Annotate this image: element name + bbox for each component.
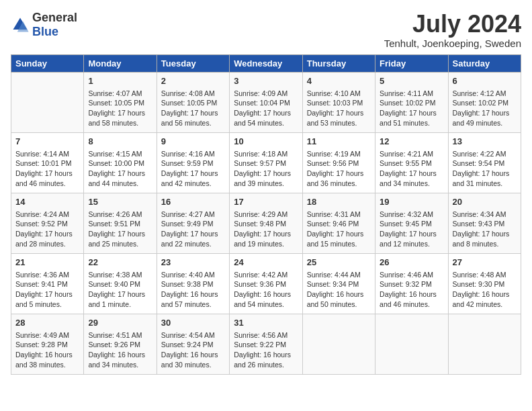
header-day-saturday: Saturday	[448, 54, 521, 72]
calendar-cell: 16Sunrise: 4:27 AMSunset: 9:49 PMDayligh…	[157, 193, 229, 253]
location-title: Tenhult, Joenkoeping, Sweden	[384, 38, 521, 49]
day-info: Sunrise: 4:24 AMSunset: 9:52 PMDaylight:…	[15, 210, 79, 249]
day-info: Sunrise: 4:12 AMSunset: 10:02 PMDaylight…	[453, 89, 517, 128]
day-info: Sunrise: 4:46 AMSunset: 9:32 PMDaylight:…	[380, 270, 443, 310]
day-info: Sunrise: 4:22 AMSunset: 9:54 PMDaylight:…	[453, 149, 517, 189]
header-day-wednesday: Wednesday	[230, 54, 302, 72]
day-info: Sunrise: 4:18 AMSunset: 9:57 PMDaylight:…	[234, 149, 298, 189]
calendar-cell	[11, 72, 84, 132]
page-header: General Blue July 2024 Tenhult, Joenkoep…	[11, 11, 521, 49]
day-number: 19	[380, 196, 443, 208]
calendar-cell: 22Sunrise: 4:38 AMSunset: 9:40 PMDayligh…	[84, 253, 157, 314]
calendar-cell: 29Sunrise: 4:51 AMSunset: 9:26 PMDayligh…	[84, 314, 157, 374]
calendar-cell: 20Sunrise: 4:34 AMSunset: 9:43 PMDayligh…	[448, 193, 521, 253]
day-number: 4	[307, 75, 371, 87]
day-number: 8	[88, 136, 152, 148]
day-number: 1	[88, 75, 152, 87]
calendar-week-3: 14Sunrise: 4:24 AMSunset: 9:52 PMDayligh…	[11, 193, 521, 253]
day-info: Sunrise: 4:56 AMSunset: 9:22 PMDaylight:…	[234, 330, 298, 370]
calendar-cell	[448, 314, 521, 374]
day-info: Sunrise: 4:54 AMSunset: 9:24 PMDaylight:…	[161, 330, 225, 370]
header-day-tuesday: Tuesday	[157, 54, 229, 72]
day-info: Sunrise: 4:32 AMSunset: 9:45 PMDaylight:…	[380, 210, 443, 249]
calendar-cell: 28Sunrise: 4:49 AMSunset: 9:28 PMDayligh…	[11, 314, 84, 374]
calendar-week-4: 21Sunrise: 4:36 AMSunset: 9:41 PMDayligh…	[11, 253, 521, 314]
day-info: Sunrise: 4:11 AMSunset: 10:02 PMDaylight…	[380, 89, 443, 128]
calendar-cell: 27Sunrise: 4:48 AMSunset: 9:30 PMDayligh…	[448, 253, 521, 314]
calendar-cell: 18Sunrise: 4:31 AMSunset: 9:46 PMDayligh…	[302, 193, 375, 253]
calendar-cell: 7Sunrise: 4:14 AMSunset: 10:01 PMDayligh…	[11, 132, 84, 193]
day-number: 7	[15, 136, 79, 148]
day-number: 6	[453, 75, 517, 87]
day-info: Sunrise: 4:36 AMSunset: 9:41 PMDaylight:…	[15, 270, 79, 310]
calendar-week-1: 1Sunrise: 4:07 AMSunset: 10:05 PMDayligh…	[11, 72, 521, 132]
calendar-cell: 9Sunrise: 4:16 AMSunset: 9:59 PMDaylight…	[157, 132, 229, 193]
day-number: 11	[307, 136, 371, 148]
day-info: Sunrise: 4:44 AMSunset: 9:34 PMDaylight:…	[307, 270, 371, 310]
calendar-cell	[375, 314, 448, 374]
calendar-cell: 24Sunrise: 4:42 AMSunset: 9:36 PMDayligh…	[230, 253, 302, 314]
calendar-cell: 23Sunrise: 4:40 AMSunset: 9:38 PMDayligh…	[157, 253, 229, 314]
calendar-cell: 12Sunrise: 4:21 AMSunset: 9:55 PMDayligh…	[375, 132, 448, 193]
calendar-cell: 31Sunrise: 4:56 AMSunset: 9:22 PMDayligh…	[230, 314, 302, 374]
day-number: 29	[88, 317, 152, 329]
calendar-cell: 25Sunrise: 4:44 AMSunset: 9:34 PMDayligh…	[302, 253, 375, 314]
calendar-cell: 30Sunrise: 4:54 AMSunset: 9:24 PMDayligh…	[157, 314, 229, 374]
day-number: 27	[453, 257, 517, 269]
day-number: 17	[234, 196, 298, 208]
day-number: 20	[453, 196, 517, 208]
day-number: 22	[88, 257, 152, 269]
day-info: Sunrise: 4:27 AMSunset: 9:49 PMDaylight:…	[161, 210, 225, 249]
day-info: Sunrise: 4:08 AMSunset: 10:05 PMDaylight…	[161, 89, 225, 128]
day-number: 21	[15, 257, 79, 269]
day-info: Sunrise: 4:51 AMSunset: 9:26 PMDaylight:…	[88, 330, 152, 370]
calendar-cell: 14Sunrise: 4:24 AMSunset: 9:52 PMDayligh…	[11, 193, 84, 253]
calendar-cell: 5Sunrise: 4:11 AMSunset: 10:02 PMDayligh…	[375, 72, 448, 132]
header-day-monday: Monday	[84, 54, 157, 72]
day-number: 5	[380, 75, 443, 87]
day-number: 25	[307, 257, 371, 269]
day-info: Sunrise: 4:07 AMSunset: 10:05 PMDaylight…	[88, 89, 152, 128]
day-number: 3	[234, 75, 298, 87]
day-info: Sunrise: 4:48 AMSunset: 9:30 PMDaylight:…	[453, 270, 517, 310]
day-info: Sunrise: 4:14 AMSunset: 10:01 PMDaylight…	[15, 149, 79, 189]
day-number: 24	[234, 257, 298, 269]
day-info: Sunrise: 4:26 AMSunset: 9:51 PMDaylight:…	[88, 210, 152, 249]
header-day-sunday: Sunday	[11, 54, 84, 72]
calendar-cell: 13Sunrise: 4:22 AMSunset: 9:54 PMDayligh…	[448, 132, 521, 193]
day-info: Sunrise: 4:09 AMSunset: 10:04 PMDaylight…	[234, 89, 298, 128]
calendar-cell: 17Sunrise: 4:29 AMSunset: 9:48 PMDayligh…	[230, 193, 302, 253]
calendar-week-2: 7Sunrise: 4:14 AMSunset: 10:01 PMDayligh…	[11, 132, 521, 193]
day-info: Sunrise: 4:15 AMSunset: 10:00 PMDaylight…	[88, 149, 152, 189]
calendar-cell: 11Sunrise: 4:19 AMSunset: 9:56 PMDayligh…	[302, 132, 375, 193]
header-day-friday: Friday	[375, 54, 448, 72]
day-info: Sunrise: 4:38 AMSunset: 9:40 PMDaylight:…	[88, 270, 152, 310]
day-info: Sunrise: 4:42 AMSunset: 9:36 PMDaylight:…	[234, 270, 298, 310]
day-number: 23	[161, 257, 225, 269]
calendar-cell: 3Sunrise: 4:09 AMSunset: 10:04 PMDayligh…	[230, 72, 302, 132]
day-number: 28	[15, 317, 79, 329]
day-info: Sunrise: 4:16 AMSunset: 9:59 PMDaylight:…	[161, 149, 225, 189]
day-info: Sunrise: 4:34 AMSunset: 9:43 PMDaylight:…	[453, 210, 517, 249]
day-info: Sunrise: 4:49 AMSunset: 9:28 PMDaylight:…	[15, 330, 79, 370]
calendar-header-row: SundayMondayTuesdayWednesdayThursdayFrid…	[11, 54, 521, 72]
calendar-cell: 1Sunrise: 4:07 AMSunset: 10:05 PMDayligh…	[84, 72, 157, 132]
month-title: July 2024	[384, 11, 521, 38]
day-number: 14	[15, 196, 79, 208]
title-block: July 2024 Tenhult, Joenkoeping, Sweden	[384, 11, 521, 49]
day-info: Sunrise: 4:40 AMSunset: 9:38 PMDaylight:…	[161, 270, 225, 310]
calendar-cell: 10Sunrise: 4:18 AMSunset: 9:57 PMDayligh…	[230, 132, 302, 193]
day-info: Sunrise: 4:19 AMSunset: 9:56 PMDaylight:…	[307, 149, 371, 189]
day-info: Sunrise: 4:31 AMSunset: 9:46 PMDaylight:…	[307, 210, 371, 249]
day-number: 16	[161, 196, 225, 208]
day-info: Sunrise: 4:21 AMSunset: 9:55 PMDaylight:…	[380, 149, 443, 189]
calendar-cell: 21Sunrise: 4:36 AMSunset: 9:41 PMDayligh…	[11, 253, 84, 314]
logo-icon	[11, 15, 30, 34]
day-info: Sunrise: 4:29 AMSunset: 9:48 PMDaylight:…	[234, 210, 298, 249]
day-number: 9	[161, 136, 225, 148]
logo-text-general: General	[32, 11, 77, 24]
day-number: 12	[380, 136, 443, 148]
calendar-cell: 8Sunrise: 4:15 AMSunset: 10:00 PMDayligh…	[84, 132, 157, 193]
day-number: 18	[307, 196, 371, 208]
day-number: 10	[234, 136, 298, 148]
